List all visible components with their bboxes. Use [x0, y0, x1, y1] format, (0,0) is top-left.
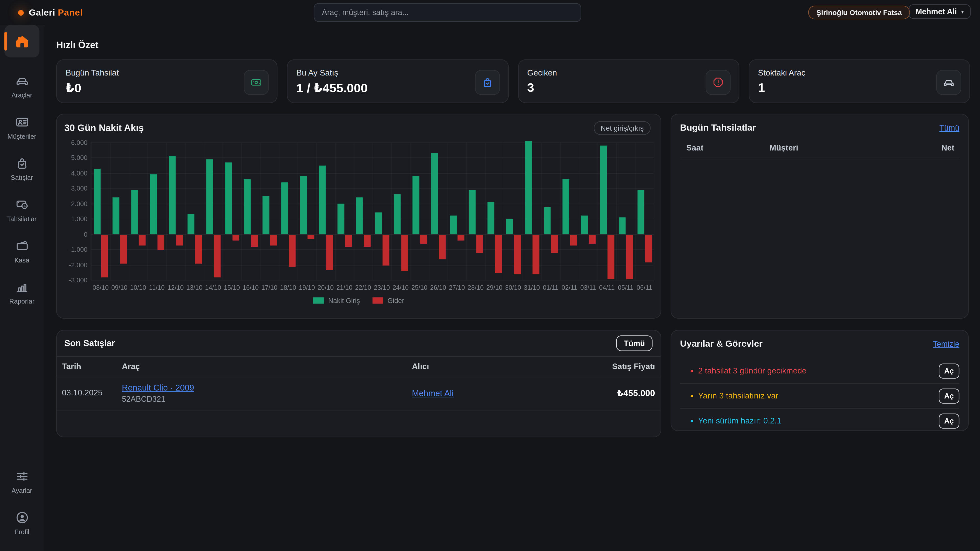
bar-nakit-giris [637, 190, 644, 234]
today-payments-all-link[interactable]: Tümü [939, 124, 959, 132]
bullet-icon [690, 370, 693, 372]
alert-text: Yarın 3 tahsilatınız var [698, 391, 939, 400]
legend-item: Nakit Giriş [313, 297, 360, 304]
bar-gider [551, 235, 558, 253]
sidebar-item-label: Satışlar [11, 174, 33, 181]
recent-sales-all-button[interactable]: Tümü [616, 335, 652, 351]
alerts-list: 2 tahsilat 3 gündür gecikmedeAçYarın 3 t… [671, 359, 968, 433]
cashflow-title: 30 Gün Nakit Akış [64, 122, 144, 133]
x-tick-label: 22/10 [354, 284, 372, 291]
gridline-vertical [541, 142, 542, 280]
bar-nakit-giris [94, 168, 100, 234]
column-header-net: Net [941, 143, 954, 152]
x-tick-label: 18/10 [279, 284, 298, 291]
sidebar-item-profil[interactable]: Profil [0, 502, 44, 544]
bar-gider [345, 235, 352, 247]
x-tick-label: 02/11 [560, 284, 579, 291]
buyer-link[interactable]: Mehmet Ali [412, 388, 454, 398]
gridline-vertical [354, 142, 354, 280]
sidebar-item-kasa[interactable]: Kasa [0, 230, 44, 272]
x-tick-label: 19/10 [298, 284, 316, 291]
car-icon [936, 70, 961, 95]
legend-item: Gider [372, 297, 404, 304]
bar-gider [382, 235, 389, 265]
active-indicator [4, 32, 6, 51]
alerts-card: Uyarılar & Görevler Temizle 2 tahsilat 3… [671, 330, 969, 431]
bar-gider [514, 235, 520, 275]
bar-gider [363, 235, 370, 247]
sidebar-item-musteriler[interactable]: Müşteriler [0, 107, 44, 148]
bar-nakit-giris [131, 190, 138, 234]
x-tick-label: 27/10 [447, 284, 466, 291]
recent-sales-title: Son Satışlar [64, 338, 115, 348]
alert-text: Yeni sürüm hazır: 0.2.1 [698, 416, 939, 426]
x-tick-label: 11/10 [148, 284, 166, 291]
bar-nakit-giris [450, 216, 457, 234]
sidebar-item-araclar[interactable]: Araçlar [0, 65, 44, 107]
gridline-vertical [560, 142, 560, 280]
x-tick-label: 24/10 [391, 284, 410, 291]
bar-nakit-giris [169, 156, 175, 234]
bar-gider [589, 235, 595, 244]
cashflow-card: 30 Gün Nakit Akış Net giriş/çıkış 6.0005… [56, 114, 661, 319]
y-tick-label: 3.000 [60, 184, 88, 192]
bag-check-icon [15, 156, 29, 170]
gridline [91, 280, 654, 280]
gridline-vertical [223, 142, 223, 280]
bar-nakit-giris [525, 141, 531, 234]
alert-item: Yarın 3 tahsilatınız varAç [680, 384, 959, 409]
bar-gider [401, 235, 408, 272]
alerts-clear-link[interactable]: Temizle [933, 340, 959, 348]
bar-gider [438, 235, 445, 259]
summary-card-bu-ay-satis: Bu Ay Satış1 / ₺455.000 [287, 59, 509, 103]
search-input[interactable] [313, 3, 581, 22]
sidebar-item-ayarlar[interactable]: Ayarlar [0, 461, 44, 502]
alert-open-button[interactable]: Aç [939, 388, 959, 403]
sale-date: 03.10.2025 [62, 388, 122, 397]
sidebar-nav: AraçlarMüşterilerSatışlar$TahsilatlarKas… [0, 25, 44, 313]
bar-chart-icon [15, 280, 29, 294]
bar-gider [232, 235, 239, 241]
x-tick-label: 17/10 [260, 284, 279, 291]
bar-nakit-giris [187, 214, 194, 234]
column-header-arac: Araç [122, 362, 412, 371]
alert-open-button[interactable]: Aç [939, 413, 959, 428]
bar-nakit-giris [112, 197, 119, 234]
gridline-vertical [654, 142, 654, 280]
y-tick-label: -2.000 [60, 261, 88, 268]
alert-open-button[interactable]: Aç [939, 363, 959, 378]
bar-gider [626, 235, 633, 279]
sidebar-item-raporlar[interactable]: Raporlar [0, 272, 44, 313]
bar-nakit-giris [356, 197, 363, 234]
bar-gider [138, 235, 145, 245]
sidebar: AraçlarMüşterilerSatışlar$TahsilatlarKas… [0, 25, 45, 551]
bullet-icon [690, 395, 693, 397]
bar-nakit-giris [318, 165, 325, 234]
gridline-vertical [466, 142, 467, 280]
sidebar-item-home[interactable] [4, 25, 39, 57]
gridline-vertical [579, 142, 579, 280]
sidebar-item-tahsilatlar[interactable]: $Tahsilatlar [0, 189, 44, 230]
summary-card-geciken: Geciken3 [518, 59, 739, 103]
bar-nakit-giris [543, 206, 550, 234]
sidebar-item-satislar[interactable]: Satışlar [0, 148, 44, 189]
dashboard-page: Galeri Panel Şirinoğlu Otomotiv Fatsa Me… [0, 0, 980, 551]
summary-card-label: Bugün Tahsilat [65, 68, 268, 78]
summary-card-label: Geciken [527, 68, 730, 78]
bar-nakit-giris [281, 182, 288, 234]
alert-text: 2 tahsilat 3 gündür gecikmede [698, 366, 939, 375]
bar-nakit-giris [487, 202, 494, 234]
sliders-icon [15, 469, 29, 483]
sidebar-item-label: Kasa [14, 256, 29, 264]
gridline-vertical [391, 142, 392, 280]
bag-check-icon [475, 70, 500, 95]
user-menu-button[interactable]: Mehmet Ali ▾ [908, 4, 970, 19]
recent-sales-header-row: Tarih Araç Alıcı Satış Fiyatı [57, 362, 661, 371]
x-tick-label: 25/10 [410, 284, 429, 291]
banknote-icon [244, 70, 269, 95]
sidebar-item-label: Araçlar [11, 91, 32, 99]
vehicle-link[interactable]: Renault Clio · 2009 [122, 383, 194, 392]
x-tick-label: 03/11 [579, 284, 597, 291]
wallet-icon [15, 239, 29, 253]
column-header-saat: Saat [686, 143, 770, 152]
